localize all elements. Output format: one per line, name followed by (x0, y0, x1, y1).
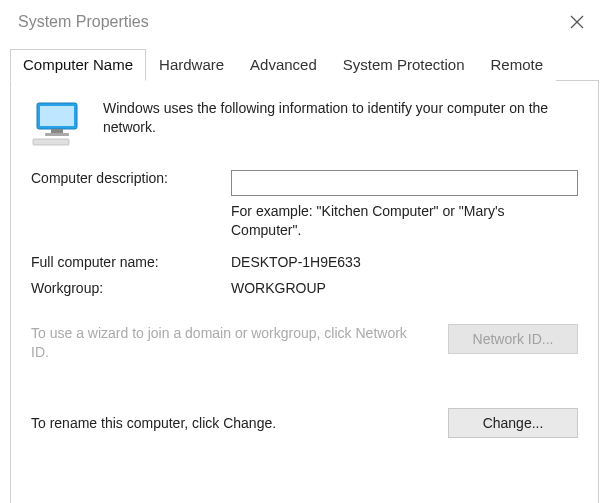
computer-icon (31, 101, 87, 150)
description-hint: For example: "Kitchen Computer" or "Mary… (231, 202, 578, 240)
workgroup-value: WORKGROUP (231, 280, 578, 296)
titlebar: System Properties (0, 0, 609, 44)
wizard-text: To use a wizard to join a domain or work… (31, 324, 448, 362)
tab-hardware[interactable]: Hardware (146, 49, 237, 81)
workgroup-label: Workgroup: (31, 280, 231, 296)
tabstrip: Computer Name Hardware Advanced System P… (10, 48, 599, 81)
tab-advanced[interactable]: Advanced (237, 49, 330, 81)
tab-computer-name[interactable]: Computer Name (10, 49, 146, 81)
svg-rect-3 (40, 106, 74, 126)
svg-rect-5 (45, 133, 69, 136)
rename-text: To rename this computer, click Change. (31, 415, 448, 431)
network-id-button[interactable]: Network ID... (448, 324, 578, 354)
full-name-value: DESKTOP-1H9E633 (231, 254, 578, 270)
change-button[interactable]: Change... (448, 408, 578, 438)
full-name-label: Full computer name: (31, 254, 231, 270)
description-label: Computer description: (31, 170, 231, 240)
close-button[interactable] (559, 8, 595, 36)
description-input[interactable] (231, 170, 578, 196)
tab-system-protection[interactable]: System Protection (330, 49, 478, 81)
svg-rect-4 (51, 129, 63, 133)
tab-panel: Windows uses the following information t… (10, 81, 599, 503)
intro-text: Windows uses the following information t… (103, 99, 578, 137)
close-icon (570, 15, 584, 29)
tab-remote[interactable]: Remote (478, 49, 557, 81)
window-title: System Properties (18, 13, 149, 31)
svg-rect-6 (33, 139, 69, 145)
